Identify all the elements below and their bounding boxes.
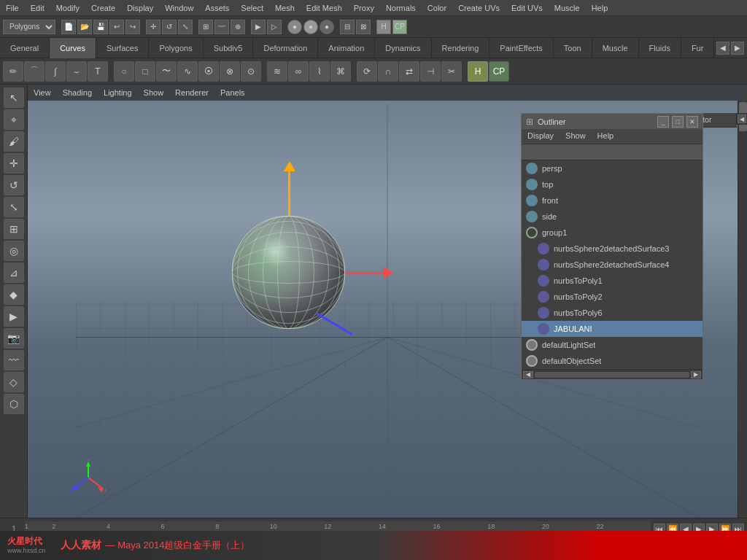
polygon-btn[interactable]: ⬡	[4, 394, 24, 414]
tab-fur[interactable]: Fur	[681, 38, 715, 58]
new-icon[interactable]: 📄	[61, 20, 76, 34]
menu-create[interactable]: Create	[85, 2, 121, 14]
arc-icon[interactable]: ⌣	[66, 61, 87, 82]
outliner-list-item[interactable]: top	[522, 176, 703, 192]
menu-help[interactable]: Help	[586, 2, 614, 14]
bezier-curve-icon[interactable]: ∫	[45, 61, 66, 82]
cp-icon[interactable]: CP	[392, 20, 407, 34]
tab-curves[interactable]: Curves	[50, 38, 96, 58]
node-icon[interactable]: ⊙	[241, 61, 261, 82]
cut-icon[interactable]: ✂	[441, 61, 462, 82]
nurbs-square-icon[interactable]: □	[135, 61, 155, 82]
menu-display[interactable]: Display	[121, 2, 159, 14]
menu-edit-mesh[interactable]: Edit Mesh	[301, 2, 348, 14]
render-icon[interactable]: ▶	[251, 20, 266, 34]
menu-file[interactable]: File	[0, 2, 25, 14]
move-icon[interactable]: ✛	[146, 20, 160, 34]
outliner-maximize-btn[interactable]: □	[672, 116, 684, 128]
outliner-menu-help[interactable]: Help	[592, 130, 620, 144]
sculpt-btn[interactable]: ⊿	[4, 262, 24, 283]
freeform-icon[interactable]: ≋	[267, 61, 287, 82]
rotate-btn[interactable]: ↺	[4, 175, 24, 195]
lasso-btn[interactable]: ⌖	[4, 109, 24, 130]
outliner-list-item[interactable]: defaultObjectSet	[522, 353, 703, 369]
tool9-icon[interactable]: ∞	[288, 61, 309, 82]
light3-icon[interactable]: ●	[320, 20, 334, 34]
surface-btn[interactable]: ◇	[4, 372, 24, 392]
menu-select[interactable]: Select	[235, 2, 269, 14]
tab-next-icon[interactable]: ▶	[731, 42, 744, 55]
light1-icon[interactable]: ●	[287, 20, 302, 34]
soft-mod-btn[interactable]: ◎	[4, 241, 24, 261]
select-tool-btn[interactable]: ↖	[4, 88, 24, 108]
show-all-icon[interactable]: ⊟	[340, 20, 355, 34]
outliner-list-item[interactable]: nurbsSphere2detachedSurface4	[522, 257, 703, 273]
tab-general[interactable]: General	[0, 38, 50, 58]
snap-curve-icon[interactable]: 〰	[214, 20, 229, 34]
tab-prev-icon[interactable]: ◀	[716, 42, 729, 55]
tab-rendering[interactable]: Rendering	[432, 38, 490, 58]
viewport-scrollbar-v[interactable]	[738, 101, 747, 518]
history-toggle-icon[interactable]: H	[468, 61, 488, 82]
tab-animation[interactable]: Animation	[318, 38, 375, 58]
outliner-minimize-btn[interactable]: _	[657, 116, 669, 128]
menu-mesh[interactable]: Mesh	[269, 2, 301, 14]
tab-muscle[interactable]: Muscle	[592, 38, 639, 58]
menu-window[interactable]: Window	[159, 2, 199, 14]
tab-subdivs[interactable]: Subdiv5	[204, 38, 254, 58]
rotate-icon[interactable]: ↺	[162, 20, 177, 34]
right-panel-collapse-icon[interactable]: ◀	[738, 114, 746, 123]
light2-icon[interactable]: ●	[303, 20, 318, 34]
outliner-hscrollbar[interactable]: ◀ ▶	[522, 369, 703, 379]
ipr-icon[interactable]: ▷	[267, 20, 282, 34]
outliner-list-item[interactable]: nurbsToPoly1	[522, 273, 703, 289]
menu-normals[interactable]: Normals	[380, 2, 422, 14]
menu-muscle[interactable]: Muscle	[549, 2, 586, 14]
move-btn[interactable]: ✛	[4, 153, 24, 174]
tab-toon[interactable]: Toon	[554, 38, 592, 58]
outliner-list-item[interactable]: group1	[522, 225, 703, 241]
outliner-scroll-right-btn[interactable]: ▶	[691, 371, 701, 378]
tool10-icon[interactable]: ⌇	[309, 61, 330, 82]
render-btn[interactable]: ▶	[4, 306, 24, 327]
scale-icon[interactable]: ⤡	[178, 20, 193, 34]
outliner-list-item[interactable]: persp	[522, 160, 703, 176]
vp-menu-shading[interactable]: Shading	[57, 87, 98, 98]
open-close-icon[interactable]: ⊣	[420, 61, 441, 82]
snap-grid-icon[interactable]: ⊞	[198, 20, 213, 34]
ep-curve-icon[interactable]: ⌒	[24, 61, 44, 82]
history-icon[interactable]: H	[376, 20, 391, 34]
redo-icon[interactable]: ↪	[125, 20, 140, 34]
vp-menu-panels[interactable]: Panels	[214, 87, 251, 98]
save-icon[interactable]: 💾	[93, 20, 108, 34]
camera-btn[interactable]: 📷	[4, 328, 24, 349]
rebuild-icon[interactable]: ⟳	[357, 61, 377, 82]
show-manip-btn[interactable]: ◆	[4, 284, 24, 305]
text-curve-icon[interactable]: T	[88, 61, 108, 82]
helix-icon[interactable]: ⦿	[198, 61, 219, 82]
sphere-object[interactable]	[232, 216, 345, 329]
tab-polygons[interactable]: Polygons	[149, 38, 203, 58]
menu-edit-uvs[interactable]: Edit UVs	[506, 2, 549, 14]
menu-assets[interactable]: Assets	[199, 2, 235, 14]
scale-btn[interactable]: ⤡	[4, 197, 24, 217]
outliner-list-item[interactable]: front	[522, 192, 703, 209]
vp-menu-renderer[interactable]: Renderer	[169, 87, 214, 98]
outliner-list-item[interactable]: side	[522, 209, 703, 225]
vp-menu-lighting[interactable]: Lighting	[98, 87, 138, 98]
menu-proxy[interactable]: Proxy	[348, 2, 380, 14]
menu-color[interactable]: Color	[422, 2, 452, 14]
outliner-search-input[interactable]	[522, 144, 703, 160]
outliner-close-btn[interactable]: ✕	[686, 116, 698, 128]
outliner-list-item[interactable]: nurbsSphere2detachedSurface3	[522, 241, 703, 257]
outliner-list-item[interactable]: nurbsToPoly6	[522, 305, 703, 321]
tab-surfaces[interactable]: Surfaces	[96, 38, 149, 58]
menu-create-uvs[interactable]: Create UVs	[452, 2, 506, 14]
universal-manip-btn[interactable]: ⊞	[4, 219, 24, 239]
curve-pencil-icon[interactable]: ✏	[3, 61, 23, 82]
smooth-icon[interactable]: ∩	[378, 61, 398, 82]
tab-painteffects[interactable]: PaintEffects	[489, 38, 554, 58]
vp-menu-show[interactable]: Show	[138, 87, 170, 98]
nurbs-circ-icon[interactable]: ○	[114, 61, 134, 82]
menu-edit[interactable]: Edit	[25, 2, 50, 14]
